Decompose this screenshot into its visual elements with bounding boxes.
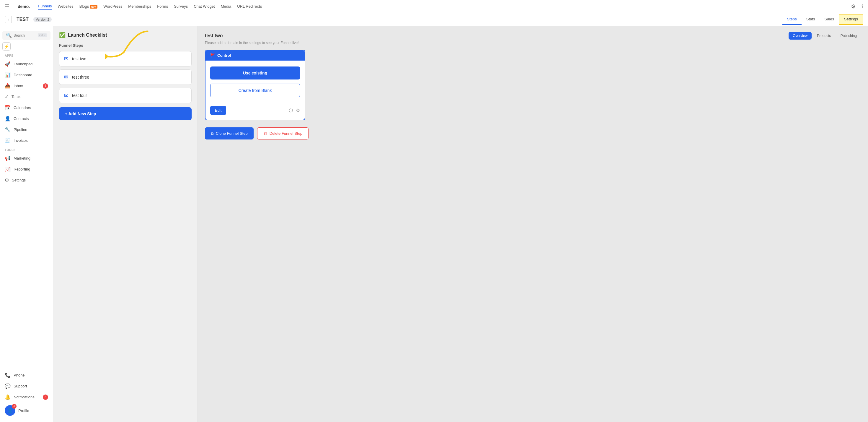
step-name-test-three: test three: [72, 75, 89, 80]
clone-funnel-step-button[interactable]: ⧉ Clone Funnel Step: [205, 128, 254, 139]
mail-icon-step3: ✉: [64, 92, 68, 99]
inbox-icon: 📥: [5, 83, 11, 89]
sidebar-item-tasks[interactable]: ✓ Tasks: [0, 91, 53, 102]
sidebar-item-pipeline[interactable]: 🔧 Pipeline: [0, 124, 53, 135]
funnel-step-test-four[interactable]: ✉ test four: [59, 88, 192, 103]
profile-avatar[interactable]: 👤 4: [5, 405, 16, 416]
sidebar-item-label: Dashboard: [13, 73, 32, 77]
sidebar-item-launchpad[interactable]: 🚀 Launchpad: [0, 58, 53, 69]
sidebar-item-label: Contacts: [13, 116, 29, 121]
add-new-step-button[interactable]: + Add New Step: [59, 107, 192, 120]
top-nav-surveys[interactable]: Surveys: [174, 3, 188, 10]
sidebar-item-label: Launchpad: [13, 62, 32, 66]
support-icon: 💬: [5, 383, 11, 389]
top-nav-media[interactable]: Media: [221, 3, 231, 10]
back-button[interactable]: ‹: [5, 16, 12, 23]
left-panel: ✅ Launch Checklist Funnel Steps ✉ test t…: [53, 26, 198, 422]
sidebar-item-label: Profile: [18, 409, 29, 413]
top-nav-websites[interactable]: Websites: [58, 3, 73, 10]
delete-funnel-step-button[interactable]: 🗑 Delete Funnel Step: [257, 128, 309, 139]
sub-nav: ‹ TEST Version 2 Steps Stats Sales Setti…: [0, 13, 868, 26]
top-nav-forms[interactable]: Forms: [157, 3, 168, 10]
tab-sales[interactable]: Sales: [819, 14, 839, 25]
tab-overview[interactable]: Overview: [788, 32, 812, 39]
top-nav-chat-widget[interactable]: Chat Widget: [194, 3, 215, 10]
search-label: Search: [13, 33, 25, 37]
sidebar-item-label: Tasks: [11, 94, 21, 99]
card-footer-icons: ⬡ ⚙: [289, 108, 300, 113]
content-area: ✅ Launch Checklist Funnel Steps ✉ test t…: [53, 26, 868, 422]
sidebar-item-label: Notifications: [13, 395, 35, 399]
tab-products[interactable]: Products: [813, 32, 835, 39]
sidebar-item-label: Phone: [13, 373, 25, 377]
funnel-step-test-three[interactable]: ✉ test three: [59, 69, 192, 85]
create-blank-button[interactable]: Create from Blank: [210, 84, 300, 97]
top-nav-funnels[interactable]: Funnels: [38, 3, 52, 10]
profile-count: 4: [12, 404, 17, 409]
step-name-test-two: test two: [72, 56, 86, 61]
checklist-check-icon: ✅: [59, 32, 66, 38]
sidebar-item-label: Reporting: [13, 167, 30, 171]
top-nav: ☰ demo. Funnels Websites BlogsNew WordPr…: [0, 0, 868, 13]
edit-button[interactable]: Edit: [210, 106, 226, 115]
sidebar-item-label: Inbox: [13, 84, 23, 88]
launch-checklist-title: Launch Checklist: [68, 32, 107, 38]
reporting-icon: 📈: [5, 166, 11, 172]
contacts-icon: 👤: [5, 116, 11, 121]
sidebar-item-inbox[interactable]: 📥 Inbox 1: [0, 80, 53, 91]
dashboard-icon: 📊: [5, 72, 11, 78]
new-badge: New: [90, 5, 97, 8]
sidebar-item-marketing[interactable]: 📢 Marketing: [0, 153, 53, 164]
apps-label: Apps: [0, 52, 53, 58]
sidebar-item-phone[interactable]: 📞 Phone: [0, 370, 53, 381]
card-settings-icon[interactable]: ⚙: [296, 108, 300, 113]
control-card-footer: Edit ⬡ ⚙: [206, 102, 305, 115]
sidebar-item-invoices[interactable]: 🧾 Invoices: [0, 135, 53, 146]
tasks-icon: ✓: [5, 94, 8, 100]
flag-icon: 🚩: [210, 53, 215, 58]
launchpad-icon: 🚀: [5, 61, 11, 67]
sidebar-item-label: Support: [13, 384, 27, 388]
tab-stats[interactable]: Stats: [802, 14, 820, 25]
hamburger-icon[interactable]: ☰: [5, 3, 9, 10]
sidebar-spacer: [0, 186, 53, 367]
funnel-step-test-two[interactable]: ✉ test two: [59, 51, 192, 66]
sub-nav-tabs: Steps Stats Sales Settings: [782, 14, 863, 25]
sidebar-item-reporting[interactable]: 📈 Reporting: [0, 164, 53, 175]
tab-publishing[interactable]: Publishing: [836, 32, 861, 39]
sidebar-item-label: Settings: [12, 178, 26, 182]
page-title: TEST: [17, 17, 29, 22]
sidebar-item-label: Calendars: [13, 106, 31, 110]
top-nav-memberships[interactable]: Memberships: [128, 3, 151, 10]
external-link-icon[interactable]: ⬡: [289, 108, 293, 113]
notifications-icon: 🔔: [5, 394, 11, 400]
sidebar-item-support[interactable]: 💬 Support: [0, 381, 53, 392]
version-badge: Version 2: [33, 17, 52, 22]
mail-icon-step1: ✉: [64, 56, 68, 62]
sidebar-item-dashboard[interactable]: 📊 Dashboard: [0, 69, 53, 80]
phone-icon: 📞: [5, 372, 11, 378]
tab-settings[interactable]: Settings: [839, 14, 863, 25]
sidebar-item-profile[interactable]: 👤 4 Profile: [0, 402, 53, 418]
action-buttons: ⧉ Clone Funnel Step 🗑 Delete Funnel Step: [205, 128, 861, 139]
avatar-icon: 👤: [7, 408, 13, 414]
top-nav-wordpress[interactable]: WordPress: [103, 3, 122, 10]
lightning-button[interactable]: ⚡: [2, 42, 11, 51]
settings-gear-icon[interactable]: ⚙: [851, 3, 856, 10]
search-icon: 🔍: [6, 32, 12, 38]
sidebar-item-contacts[interactable]: 👤 Contacts: [0, 113, 53, 124]
launch-checklist-header: ✅ Launch Checklist: [59, 32, 192, 38]
pipeline-icon: 🔧: [5, 127, 11, 132]
sidebar-item-settings[interactable]: ⚙ Settings: [0, 175, 53, 186]
tab-steps[interactable]: Steps: [782, 14, 802, 25]
top-nav-url-redirects[interactable]: URL Redirects: [237, 3, 262, 10]
trash-icon: 🗑: [264, 131, 267, 136]
search-bar[interactable]: 🔍 Search ctrl K: [2, 31, 51, 40]
sidebar-item-calendars[interactable]: 📅 Calendars: [0, 102, 53, 113]
use-existing-button[interactable]: Use existing: [210, 66, 300, 80]
info-icon[interactable]: ℹ: [862, 4, 863, 9]
top-nav-blogs[interactable]: BlogsNew: [80, 3, 98, 10]
calendars-icon: 📅: [5, 105, 11, 111]
sidebar-item-notifications[interactable]: 🔔 Notifications 3: [0, 392, 53, 402]
right-panel-header: test two Overview Products Publishing: [205, 32, 861, 39]
